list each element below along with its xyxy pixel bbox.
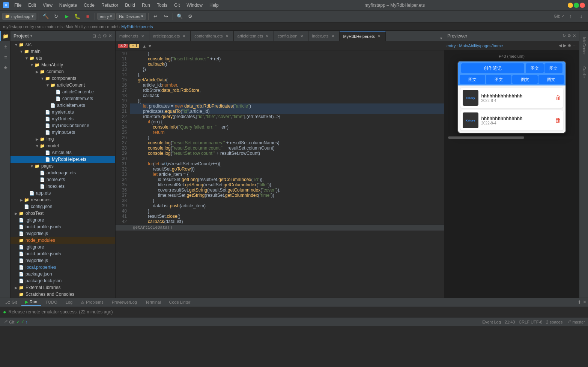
tab-git[interactable]: ⎇ Git [2, 299, 21, 306]
tree-resources[interactable]: ▶ 📁 resources [11, 196, 115, 203]
indent-item[interactable]: 2 spaces [546, 319, 562, 324]
debug-icon[interactable]: 🐛 [73, 12, 82, 21]
line-col-item[interactable]: 21:40 [505, 319, 515, 324]
bottom-close-icon[interactable]: ✕ [583, 300, 586, 305]
tree-build-profile2[interactable]: 📄 build-profile.json5 [11, 250, 115, 257]
tree-myalert[interactable]: 📄 myalert.ets [11, 109, 115, 115]
prev-zoom-icon[interactable]: ⊕ [568, 43, 571, 48]
tree-articleitem[interactable]: 📄 articleItem.ets [11, 102, 115, 109]
code-editor[interactable]: 10 } 11 console.log("Insert first done: … [116, 51, 444, 298]
img-btn2[interactable]: 图文 [544, 63, 562, 73]
bc-model[interactable]: model [107, 24, 119, 29]
tree-index-ets[interactable]: 📄 index.ets [11, 183, 115, 190]
tab-config[interactable]: config.json ✕ [274, 31, 308, 41]
tab-myrdbhelper[interactable]: MyRdbHelper.ets ✕ [340, 31, 386, 41]
tree-mygridcontainer[interactable]: 📄 myGridContainer.e [11, 122, 115, 129]
prev-close-icon[interactable]: ✕ [573, 33, 576, 38]
tree-node-modules[interactable]: 📁 node_modules [11, 237, 115, 244]
menu-run[interactable]: Run [139, 2, 153, 9]
close-tab-articlepage[interactable]: ✕ [181, 33, 186, 39]
nav-up-icon[interactable]: ▲ [142, 44, 146, 48]
create-btn[interactable]: 创作笔记 [461, 63, 524, 73]
tree-src[interactable]: ▼ 📁 src [11, 41, 115, 48]
close-tab-articleitem[interactable]: ✕ [265, 33, 270, 39]
previewer-scrollbar[interactable] [448, 136, 575, 139]
undo-icon[interactable]: ↩ [151, 12, 160, 21]
tree-gitignore2[interactable]: 📄 .gitignore [11, 244, 115, 250]
commit-tab[interactable]: ± [0, 41, 11, 52]
img-btn6[interactable]: 图文 [538, 75, 564, 84]
sidebar-settings-icon[interactable]: ⚙ [103, 33, 107, 39]
window-controls[interactable] [568, 3, 585, 8]
event-log-item[interactable]: Event Log [482, 319, 501, 324]
tree-hvigorfile[interactable]: 📄 hvigorfile.js [11, 230, 115, 237]
bc-ets[interactable]: ets [57, 24, 63, 29]
tree-local-properties[interactable]: 📄 local.properties [11, 264, 115, 271]
menu-edit[interactable]: Edit [25, 2, 39, 9]
sync-icon[interactable]: ↻ [52, 12, 61, 21]
prev-right-icon[interactable]: ▶ [563, 43, 566, 48]
build-icon[interactable]: 🔨 [41, 12, 50, 21]
tree-common[interactable]: ▶ 📁 common [11, 68, 115, 75]
tab-contentitem[interactable]: contentItem.ets ✕ [191, 31, 233, 41]
tab-mainer[interactable]: mainer.ets ✕ [116, 31, 149, 41]
no-devices-dropdown[interactable]: No Devices ▾ [116, 13, 146, 20]
close-tab-index[interactable]: ✕ [330, 33, 335, 39]
close-tab-contentitem[interactable]: ✕ [224, 33, 230, 39]
vcs-pull-icon[interactable]: ↓ [577, 12, 586, 21]
more-tabs-icon[interactable]: ▾ [440, 36, 442, 41]
tree-mainability[interactable]: ▼ 📁 MainAbility [11, 61, 115, 68]
article-delete-2[interactable]: 🗑 [555, 117, 561, 124]
img-btn4[interactable]: 图文 [486, 75, 511, 84]
menu-bar[interactable]: File Edit View Navigate Code Refactor Bu… [11, 2, 222, 9]
tab-todo[interactable]: TODO [42, 299, 61, 305]
tree-myrdbhelper[interactable]: 📄 MyRdbHelper.ets [11, 156, 115, 163]
search-icon[interactable]: 🔍 [175, 12, 184, 21]
tree-articlepage[interactable]: 📄 articlepage.ets [11, 169, 115, 176]
prev-settings-icon[interactable]: ⚙ [567, 33, 571, 38]
bc-common[interactable]: common [89, 24, 104, 29]
menu-git[interactable]: Git [171, 2, 183, 9]
close-tab-config[interactable]: ✕ [299, 33, 304, 39]
img-btn5[interactable]: 图文 [512, 75, 538, 84]
tree-package-json[interactable]: 📄 package.json [11, 271, 115, 277]
entry-dropdown[interactable]: entry ▾ [97, 13, 115, 20]
bottom-expand-icon[interactable]: ⬆ [577, 300, 581, 305]
bc-src[interactable]: src [37, 24, 43, 29]
sidebar-icons[interactable]: ⊟ ◎ ⚙ ✕ [92, 33, 112, 39]
redo-icon[interactable]: ↪ [161, 12, 170, 21]
tab-terminal[interactable]: Terminal [141, 299, 165, 305]
menu-file[interactable]: File [11, 2, 24, 9]
bc-file[interactable]: MyRdbHelper.ets [121, 24, 153, 29]
tab-previewerlog[interactable]: PreviewerLog [108, 299, 141, 305]
tree-myinput[interactable]: 📄 myInput.ets [11, 129, 115, 136]
maximize-button[interactable] [574, 3, 579, 8]
img-btn1[interactable]: 图文 [526, 63, 544, 73]
tree-articlecontent[interactable]: ▼ 📁 articleContent [11, 82, 115, 88]
bc-app[interactable]: myfirstapp [3, 24, 22, 29]
error-badge[interactable]: ⚠ 2 [118, 44, 128, 48]
menu-help[interactable]: Help [206, 2, 222, 9]
tab-articlepage[interactable]: articlepage.ets ✕ [149, 31, 191, 41]
tree-article-ets[interactable]: 📄 Article.ets [11, 149, 115, 156]
tree-hvigorfile2[interactable]: 📄 hvigorfile.js [11, 257, 115, 264]
close-tab-myrdbhelper[interactable]: ✕ [376, 34, 382, 39]
run-icon[interactable]: ▶ [62, 12, 71, 21]
prev-more-icon[interactable]: ⋯ [573, 43, 577, 48]
close-button[interactable] [580, 3, 585, 8]
favorites-tab[interactable]: ★ [0, 62, 11, 73]
img-btn3[interactable]: 图文 [460, 75, 485, 84]
prev-left-icon[interactable]: ◀ [559, 43, 562, 48]
project-tab[interactable]: 📁 [0, 31, 11, 41]
tab-log[interactable]: Log [62, 299, 76, 305]
tree-main[interactable]: ▼ 📁 main [11, 48, 115, 55]
minimize-button[interactable] [568, 3, 573, 8]
structure-tab[interactable]: ≡ [0, 52, 11, 62]
tree-model[interactable]: ▼ 📁 model [11, 142, 115, 149]
tree-gitignore[interactable]: 📄 .gitignore [11, 217, 115, 223]
menu-refactor[interactable]: Refactor [98, 2, 121, 9]
gradle-tab[interactable]: Gradle [579, 61, 588, 83]
tree-ets[interactable]: ▼ 📁 ets [11, 55, 115, 61]
tree-config-json[interactable]: 📄 config.json [11, 203, 115, 210]
close-sidebar-icon[interactable]: ✕ [108, 33, 112, 39]
